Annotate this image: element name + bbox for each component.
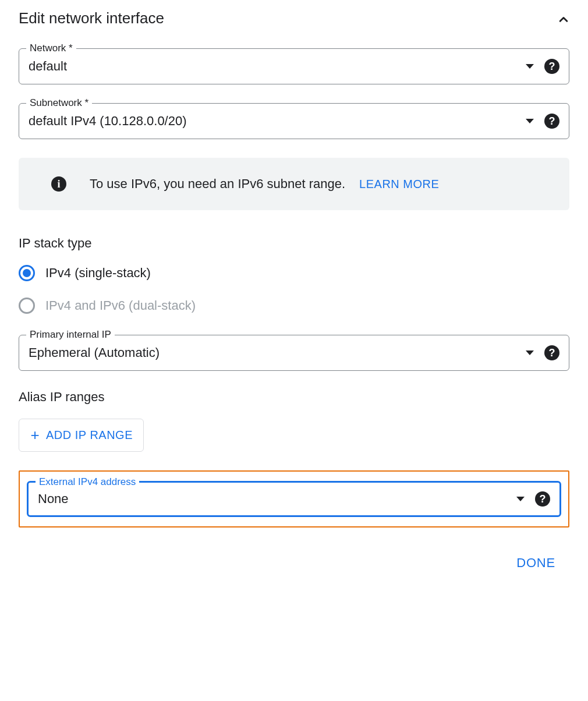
- add-ip-range-button[interactable]: + ADD IP RANGE: [19, 419, 144, 452]
- info-text: To use IPv6, you need an IPv6 subnet ran…: [90, 176, 345, 192]
- collapse-icon[interactable]: [555, 12, 569, 26]
- help-icon[interactable]: ?: [535, 491, 550, 507]
- primary-internal-ip-select[interactable]: Primary internal IP Ephemeral (Automatic…: [19, 335, 569, 371]
- info-icon: i: [51, 176, 66, 192]
- highlighted-region: External IPv4 address None ?: [19, 470, 569, 527]
- help-icon[interactable]: ?: [544, 59, 559, 74]
- help-icon[interactable]: ?: [544, 345, 559, 360]
- radio-dual-stack: [19, 298, 35, 314]
- dropdown-arrow-icon: [516, 497, 525, 501]
- network-label: Network *: [26, 43, 76, 54]
- subnetwork-select[interactable]: Subnetwork * default IPv4 (10.128.0.0/20…: [19, 103, 569, 139]
- page-title: Edit network interface: [19, 9, 164, 27]
- radio-ipv4[interactable]: [19, 265, 35, 281]
- learn-more-link[interactable]: LEARN MORE: [359, 178, 439, 191]
- dropdown-arrow-icon: [526, 119, 534, 123]
- network-select[interactable]: Network * default ?: [19, 48, 569, 84]
- network-value: default: [29, 59, 526, 74]
- alias-ip-heading: Alias IP ranges: [19, 390, 569, 405]
- external-ipv4-value: None: [38, 491, 516, 507]
- info-banner: i To use IPv6, you need an IPv6 subnet r…: [19, 158, 569, 210]
- primary-internal-ip-label: Primary internal IP: [26, 329, 115, 341]
- external-ipv4-label: External IPv4 address: [36, 476, 139, 488]
- subnetwork-value: default IPv4 (10.128.0.0/20): [29, 114, 526, 129]
- plus-icon: +: [30, 426, 40, 444]
- done-button[interactable]: DONE: [516, 555, 555, 571]
- external-ipv4-select[interactable]: External IPv4 address None ?: [27, 481, 561, 517]
- radio-ipv4-label: IPv4 (single-stack): [45, 265, 151, 281]
- dropdown-arrow-icon: [526, 350, 534, 355]
- primary-internal-ip-value: Ephemeral (Automatic): [29, 345, 526, 360]
- radio-dual-stack-label: IPv4 and IPv6 (dual-stack): [45, 298, 196, 313]
- help-icon[interactable]: ?: [544, 114, 559, 129]
- add-ip-range-label: ADD IP RANGE: [46, 429, 133, 442]
- subnetwork-label: Subnetwork *: [26, 97, 92, 109]
- ip-stack-radio-group: IPv4 (single-stack) IPv4 and IPv6 (dual-…: [19, 265, 569, 314]
- dropdown-arrow-icon: [526, 64, 534, 69]
- ip-stack-heading: IP stack type: [19, 236, 569, 251]
